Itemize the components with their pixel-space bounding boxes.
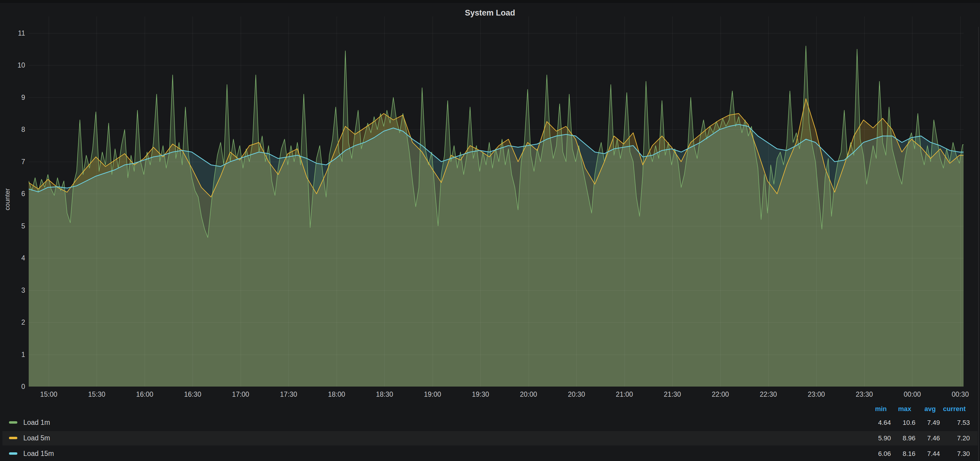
legend-stat-current: 7.20 <box>919 434 970 442</box>
x-tick-label: 00:30 <box>936 391 980 399</box>
x-tick-label: 15:00 <box>25 391 73 399</box>
x-tick-label: 16:00 <box>121 391 169 399</box>
x-tick-label: 23:30 <box>840 391 888 399</box>
x-tick-label: 00:00 <box>888 391 936 399</box>
grafana-panel: System Load counter 01234567891011 15:00… <box>0 0 980 461</box>
legend-row-load-5m[interactable]: Load 5m5.908.967.467.20 <box>2 431 978 445</box>
legend-series-name[interactable]: Load 1m <box>23 418 50 427</box>
y-tick-label: 3 <box>0 286 25 294</box>
x-tick-label: 20:00 <box>505 391 552 399</box>
load-chart-canvas[interactable] <box>29 16 964 386</box>
y-tick-label: 0 <box>0 383 25 391</box>
x-tick-label: 20:30 <box>552 391 600 399</box>
y-tick-label: 1 <box>0 351 25 359</box>
y-tick-label: 11 <box>0 29 25 37</box>
legend-series-name[interactable]: Load 15m <box>23 450 54 458</box>
y-tick-label: 10 <box>0 61 25 69</box>
legend-series-swatch[interactable] <box>9 437 18 439</box>
y-tick-label: 8 <box>0 126 25 134</box>
legend-series-swatch[interactable] <box>9 452 18 455</box>
x-tick-label: 21:30 <box>648 391 696 399</box>
y-tick-label: 9 <box>0 94 25 102</box>
x-tick-label: 18:30 <box>361 391 408 399</box>
legend-stat-header-current[interactable]: current <box>915 405 966 413</box>
x-tick-label: 17:00 <box>217 391 264 399</box>
x-tick-label: 22:30 <box>745 391 792 399</box>
y-tick-label: 4 <box>0 254 25 262</box>
x-tick-label: 19:30 <box>457 391 504 399</box>
legend-series-name[interactable]: Load 5m <box>23 434 50 442</box>
panel-right-edge <box>978 27 979 461</box>
y-tick-label: 7 <box>0 158 25 166</box>
x-tick-label: 21:00 <box>601 391 648 399</box>
legend-row-load-15m[interactable]: Load 15m6.068.167.447.30 <box>2 447 978 461</box>
x-tick-label: 17:30 <box>264 391 312 399</box>
legend-series-swatch[interactable] <box>9 421 18 424</box>
x-tick-label: 23:00 <box>792 391 840 399</box>
x-tick-label: 22:00 <box>697 391 745 399</box>
legend-stat-current: 7.53 <box>919 419 970 427</box>
x-tick-label: 19:00 <box>409 391 457 399</box>
y-tick-label: 5 <box>0 222 25 230</box>
x-tick-label: 15:30 <box>73 391 121 399</box>
legend-row-load-1m[interactable]: Load 1m4.6410.67.497.53 <box>2 416 978 430</box>
legend-stat-current: 7.30 <box>919 450 970 458</box>
y-tick-label: 2 <box>0 318 25 326</box>
panel-top-edge <box>0 0 980 3</box>
x-tick-label: 16:30 <box>169 391 216 399</box>
x-tick-label: 18:00 <box>313 391 361 399</box>
y-tick-label: 6 <box>0 190 25 198</box>
